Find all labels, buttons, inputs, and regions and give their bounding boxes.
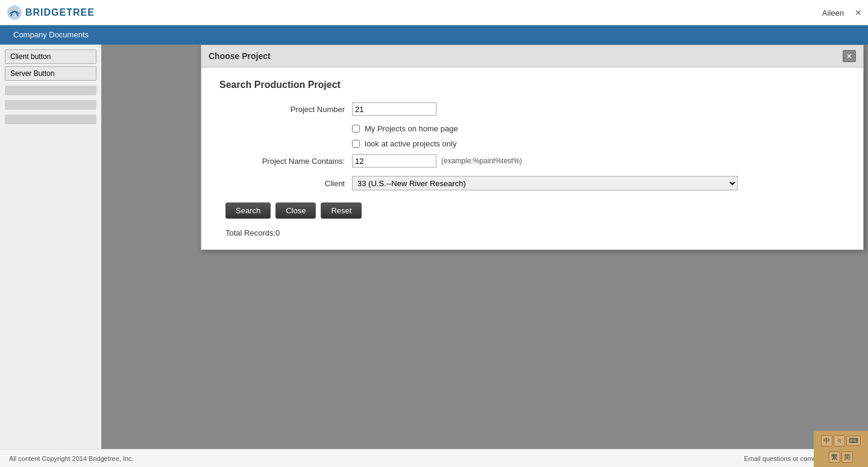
user-name: Aileen xyxy=(822,8,844,17)
nav-bar: Company Documents xyxy=(0,25,868,45)
search-title: Search Production Project xyxy=(219,80,845,90)
client-label: Client xyxy=(219,179,352,188)
my-projects-label: My Projects on home page xyxy=(365,124,458,133)
project-number-input[interactable] xyxy=(352,102,436,116)
sidebar: Client button Server Button xyxy=(0,45,101,449)
ime-toolbar: 中 々 ⌨ 繁 简 xyxy=(814,431,868,467)
project-number-label: Project Number xyxy=(219,105,352,114)
ime-btn-4[interactable]: 繁 xyxy=(829,451,840,463)
logo: BRIDGETREE xyxy=(6,4,95,21)
total-records-label: Total Records: xyxy=(225,228,275,237)
active-projects-row: look at active projects only xyxy=(219,139,845,148)
active-projects-label: look at active projects only xyxy=(365,139,456,148)
logo-text: BRIDGETREE xyxy=(25,7,95,18)
close-button[interactable]: Close xyxy=(275,202,316,219)
nav-item-company-documents[interactable]: Company Documents xyxy=(6,25,96,45)
project-number-row: Project Number xyxy=(219,102,845,116)
active-projects-checkbox[interactable] xyxy=(352,140,360,148)
main-content: Choose Project × Search Production Proje… xyxy=(101,45,868,449)
footer: All content Copyright 2014 Bridgetree, I… xyxy=(0,449,868,467)
reset-button[interactable]: Reset xyxy=(321,202,362,219)
sidebar-bar-2 xyxy=(5,100,96,110)
ime-btn-3[interactable]: ⌨ xyxy=(846,436,861,446)
ime-btn-5[interactable]: 简 xyxy=(841,451,853,463)
search-button[interactable]: Search xyxy=(225,202,271,219)
content-area: Client button Server Button Choose Proje… xyxy=(0,45,868,449)
my-projects-checkbox[interactable] xyxy=(352,125,360,133)
svg-point-0 xyxy=(7,5,22,20)
modal-body: Search Production Project Project Number… xyxy=(201,67,863,249)
client-button[interactable]: Client button xyxy=(5,49,96,64)
total-records-value: 0 xyxy=(275,228,280,237)
modal-title: Choose Project xyxy=(209,51,271,61)
modal-header: Choose Project × xyxy=(201,45,863,67)
project-name-row: Project Name Contains: (example:%paint%t… xyxy=(219,154,845,168)
top-bar: BRIDGETREE Aileen ✕ xyxy=(0,0,868,25)
project-name-label: Project Name Contains: xyxy=(219,157,352,166)
user-area: Aileen xyxy=(822,8,844,17)
footer-copyright: All content Copyright 2014 Bridgetree, I… xyxy=(9,455,134,462)
project-name-input[interactable] xyxy=(352,154,436,168)
project-name-hint: (example:%paint%test%) xyxy=(441,157,522,165)
client-select[interactable]: 33 (U.S.--New River Research) xyxy=(352,176,738,190)
modal-dialog: Choose Project × Search Production Proje… xyxy=(201,45,864,250)
ime-btn-1[interactable]: 中 xyxy=(821,435,832,447)
total-records: Total Records:0 xyxy=(219,228,845,237)
client-row: Client 33 (U.S.--New River Research) xyxy=(219,176,845,190)
my-projects-row: My Projects on home page xyxy=(219,124,845,133)
sidebar-bar-1 xyxy=(5,86,96,95)
sidebar-bar-3 xyxy=(5,114,96,124)
action-buttons: Search Close Reset xyxy=(219,202,845,219)
server-button[interactable]: Server Button xyxy=(5,66,96,81)
ime-btn-2[interactable]: 々 xyxy=(834,435,845,447)
logo-icon xyxy=(6,4,23,21)
top-close-button[interactable]: ✕ xyxy=(855,8,862,17)
modal-close-button[interactable]: × xyxy=(843,50,856,62)
